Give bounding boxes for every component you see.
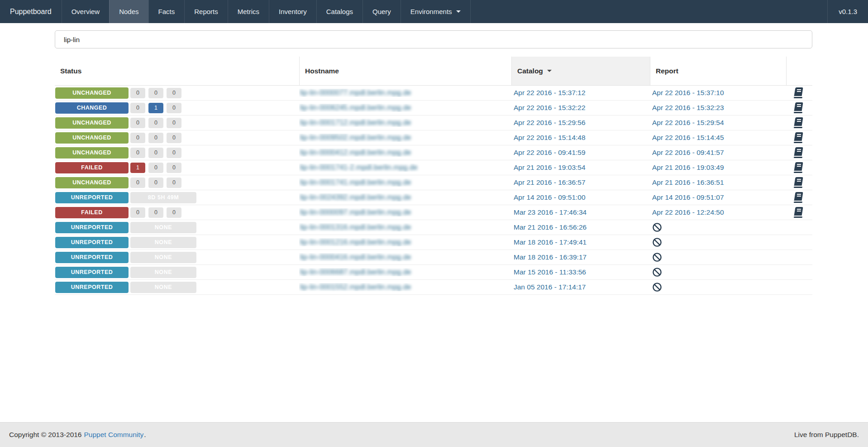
navbar-spacer [471,0,828,23]
table-row: UNREPORTED NONE lip-lin-0001216.mpdl.ber… [55,235,812,250]
hostname-link[interactable]: lip-lin-0024392.mpdl.berlin.mpg.de [300,193,411,201]
nav-item-overview[interactable]: Overview [62,0,110,23]
hostname-link[interactable]: lip-lin-0001216.mpdl.berlin.mpg.de [300,238,411,246]
hostname-link[interactable]: lip-lin-0000416.mpdl.berlin.mpg.de [300,253,411,261]
column-header-hostname-label: Hostname [305,67,339,75]
table-row: UNCHANGED 000 lip-lin-0001741.mpdl.berli… [55,175,812,190]
report-action-cell [786,147,812,158]
catalog-timestamp-link[interactable]: Apr 14 2016 - 09:51:00 [514,193,586,202]
catalog-timestamp-link[interactable]: Apr 22 2016 - 15:14:48 [514,134,586,142]
catalog-cell: Mar 18 2016 - 17:49:41 [511,238,650,246]
catalog-timestamp-link[interactable]: Mar 18 2016 - 17:49:41 [514,238,587,246]
column-header-report[interactable]: Report [650,57,786,85]
status-badge: UNCHANGED [55,117,129,129]
hostname-link[interactable]: lip-lin-0000077.mpdl.berlin.mpg.de [300,89,411,96]
status-counts: 000 [130,207,181,218]
node-search-input[interactable] [55,30,812,48]
nav-item-catalogs[interactable]: Catalogs [316,0,362,23]
catalog-timestamp-link[interactable]: Mar 18 2016 - 16:39:17 [514,253,587,261]
report-cell [650,237,786,247]
hostname-link[interactable]: lip-lin-0001316.mpdl.berlin.mpg.de [300,223,411,231]
report-book-icon[interactable] [794,87,803,98]
catalog-timestamp-link[interactable]: Jan 05 2016 - 17:14:17 [514,283,586,291]
report-timestamp-link[interactable]: Apr 21 2016 - 19:03:49 [652,163,724,172]
column-header-hostname[interactable]: Hostname [299,57,511,85]
hostname-link[interactable]: lip-lin-0001741-2.mpdl.berlin.mpg.de [300,163,418,171]
catalog-timestamp-link[interactable]: Apr 22 2016 - 09:41:59 [514,149,586,157]
status-badge: UNCHANGED [55,147,129,159]
table-row: UNCHANGED 000 lip-lin-0000077.mpdl.berli… [55,86,812,101]
status-cell: CHANGED 010 [55,102,299,114]
hostname-cell: lip-lin-0000412.mpdl.berlin.mpg.de [299,149,511,157]
catalog-cell: Mar 21 2016 - 16:56:26 [511,223,650,231]
report-book-icon[interactable] [794,147,803,158]
duration-badge: NONE [130,237,196,248]
report-action-cell [786,102,812,113]
catalog-timestamp-link[interactable]: Apr 21 2016 - 19:03:54 [514,163,586,172]
catalog-timestamp-link[interactable]: Apr 22 2016 - 15:37:12 [514,89,586,97]
table-row: UNREPORTED NONE lip-lin-0001316.mpdl.ber… [55,220,812,235]
hostname-link[interactable]: lip-lin-0000097.mpdl.berlin.mpg.de [300,208,411,216]
report-book-icon[interactable] [794,102,803,113]
nav-item-reports[interactable]: Reports [184,0,228,23]
catalog-timestamp-link[interactable]: Apr 22 2016 - 15:32:22 [514,104,586,112]
report-cell: Apr 22 2016 - 09:41:57 [650,149,786,157]
hostname-link[interactable]: lip-lin-0006245.mpdl.berlin.mpg.de [300,104,411,111]
table-row: FAILED 000 lip-lin-0000097.mpdl.berlin.m… [55,205,812,220]
count-badge: 0 [148,118,163,128]
nav-item-label: Metrics [238,8,259,15]
status-badge: UNREPORTED [55,237,129,248]
report-timestamp-link[interactable]: Apr 14 2016 - 09:51:07 [652,193,724,202]
catalog-timestamp-link[interactable]: Mar 23 2016 - 17:46:34 [514,208,587,216]
nav-item-facts[interactable]: Facts [148,0,185,23]
catalog-timestamp-link[interactable]: Apr 21 2016 - 16:36:57 [514,178,586,187]
status-badge: UNCHANGED [55,132,129,144]
column-header-status[interactable]: Status [55,57,299,85]
nav-item-nodes[interactable]: Nodes [109,0,148,23]
puppet-community-link[interactable]: Puppet Community [84,431,144,438]
nav-item-environments[interactable]: Environments [401,0,471,23]
report-book-icon[interactable] [794,177,803,188]
nav-item-metrics[interactable]: Metrics [228,0,269,23]
hostname-cell: lip-lin-0000077.mpdl.berlin.mpg.de [299,89,511,97]
report-timestamp-link[interactable]: Apr 22 2016 - 15:14:45 [652,134,724,142]
brand-puppetboard[interactable]: Puppetboard [0,0,62,23]
report-timestamp-link[interactable]: Apr 22 2016 - 12:24:50 [652,208,724,216]
catalog-timestamp-link[interactable]: Apr 22 2016 - 15:29:56 [514,119,586,127]
count-badge: 0 [130,88,145,98]
table-row: UNREPORTED NONE lip-lin-0000416.mpdl.ber… [55,250,812,265]
nav-item-label: Overview [72,8,100,15]
nav-item-query[interactable]: Query [362,0,401,23]
status-counts: 000 [130,148,181,158]
column-header-catalog[interactable]: Catalog [511,57,650,85]
catalog-cell: Mar 23 2016 - 17:46:34 [511,208,650,216]
hostname-cell: lip-lin-0001316.mpdl.berlin.mpg.de [299,223,511,231]
catalog-timestamp-link[interactable]: Mar 15 2016 - 11:33:56 [514,268,586,276]
hostname-link[interactable]: lip-lin-0001741.mpdl.berlin.mpg.de [300,178,411,186]
catalog-cell: Apr 21 2016 - 16:36:57 [511,178,650,187]
catalog-cell: Jan 05 2016 - 17:14:17 [511,283,650,291]
report-timestamp-link[interactable]: Apr 22 2016 - 15:29:54 [652,119,724,127]
report-book-icon[interactable] [794,162,803,173]
hostname-link[interactable]: lip-lin-0006687.mpdl.berlin.mpg.de [300,268,411,276]
hostname-link[interactable]: lip-lin-0000412.mpdl.berlin.mpg.de [300,149,411,156]
hostname-link[interactable]: lip-lin-0009502.mpdl.berlin.mpg.de [300,134,411,141]
count-badge: 0 [148,148,163,158]
hostname-link[interactable]: lip-lin-0001552.mpdl.berlin.mpg.de [300,283,411,291]
report-timestamp-link[interactable]: Apr 22 2016 - 15:37:10 [652,89,724,97]
catalog-timestamp-link[interactable]: Mar 21 2016 - 16:56:26 [514,223,587,231]
report-book-icon[interactable] [794,117,803,128]
report-book-icon[interactable] [794,192,803,203]
no-report-ban-icon [652,237,662,247]
report-timestamp-link[interactable]: Apr 21 2016 - 16:36:51 [652,178,724,187]
nav-item-inventory[interactable]: Inventory [269,0,316,23]
count-badge: 0 [130,133,145,143]
hostname-link[interactable]: lip-lin-0001712.mpdl.berlin.mpg.de [300,119,411,126]
report-timestamp-link[interactable]: Apr 22 2016 - 15:32:23 [652,104,724,112]
report-book-icon[interactable] [794,207,803,218]
no-report-ban-icon [652,222,662,232]
table-row: UNCHANGED 000 lip-lin-0009502.mpdl.berli… [55,130,812,145]
hostname-cell: lip-lin-0001712.mpdl.berlin.mpg.de [299,119,511,127]
report-timestamp-link[interactable]: Apr 22 2016 - 09:41:57 [652,149,724,157]
report-book-icon[interactable] [794,132,803,143]
